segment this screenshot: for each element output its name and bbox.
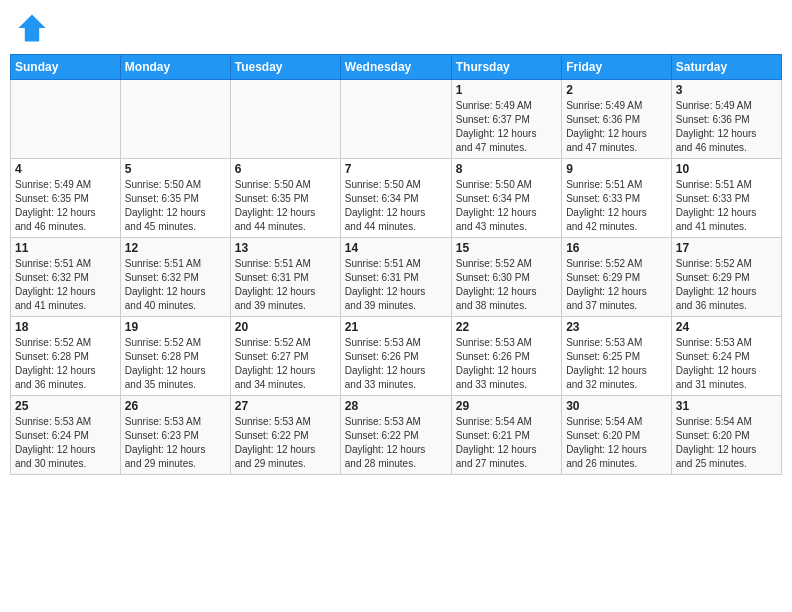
day-info: Sunrise: 5:54 AM Sunset: 6:20 PM Dayligh… <box>566 415 667 471</box>
calendar-cell: 1Sunrise: 5:49 AM Sunset: 6:37 PM Daylig… <box>451 80 561 159</box>
day-number: 20 <box>235 320 336 334</box>
day-info: Sunrise: 5:52 AM Sunset: 6:29 PM Dayligh… <box>676 257 777 313</box>
day-number: 5 <box>125 162 226 176</box>
day-info: Sunrise: 5:54 AM Sunset: 6:21 PM Dayligh… <box>456 415 557 471</box>
day-number: 25 <box>15 399 116 413</box>
day-info: Sunrise: 5:50 AM Sunset: 6:34 PM Dayligh… <box>456 178 557 234</box>
day-info: Sunrise: 5:51 AM Sunset: 6:32 PM Dayligh… <box>15 257 116 313</box>
day-number: 1 <box>456 83 557 97</box>
calendar-cell: 17Sunrise: 5:52 AM Sunset: 6:29 PM Dayli… <box>671 238 781 317</box>
day-header-wednesday: Wednesday <box>340 55 451 80</box>
calendar-cell <box>340 80 451 159</box>
day-number: 22 <box>456 320 557 334</box>
day-number: 30 <box>566 399 667 413</box>
day-info: Sunrise: 5:52 AM Sunset: 6:28 PM Dayligh… <box>125 336 226 392</box>
day-header-sunday: Sunday <box>11 55 121 80</box>
day-info: Sunrise: 5:52 AM Sunset: 6:29 PM Dayligh… <box>566 257 667 313</box>
day-number: 11 <box>15 241 116 255</box>
calendar-cell: 7Sunrise: 5:50 AM Sunset: 6:34 PM Daylig… <box>340 159 451 238</box>
calendar-cell: 3Sunrise: 5:49 AM Sunset: 6:36 PM Daylig… <box>671 80 781 159</box>
day-number: 2 <box>566 83 667 97</box>
day-info: Sunrise: 5:52 AM Sunset: 6:27 PM Dayligh… <box>235 336 336 392</box>
calendar-cell: 6Sunrise: 5:50 AM Sunset: 6:35 PM Daylig… <box>230 159 340 238</box>
day-info: Sunrise: 5:49 AM Sunset: 6:36 PM Dayligh… <box>566 99 667 155</box>
day-info: Sunrise: 5:54 AM Sunset: 6:20 PM Dayligh… <box>676 415 777 471</box>
day-info: Sunrise: 5:51 AM Sunset: 6:32 PM Dayligh… <box>125 257 226 313</box>
day-info: Sunrise: 5:53 AM Sunset: 6:25 PM Dayligh… <box>566 336 667 392</box>
day-info: Sunrise: 5:53 AM Sunset: 6:22 PM Dayligh… <box>235 415 336 471</box>
day-number: 17 <box>676 241 777 255</box>
day-info: Sunrise: 5:52 AM Sunset: 6:30 PM Dayligh… <box>456 257 557 313</box>
day-number: 21 <box>345 320 447 334</box>
calendar-cell: 23Sunrise: 5:53 AM Sunset: 6:25 PM Dayli… <box>562 317 672 396</box>
day-info: Sunrise: 5:51 AM Sunset: 6:33 PM Dayligh… <box>676 178 777 234</box>
day-info: Sunrise: 5:51 AM Sunset: 6:31 PM Dayligh… <box>345 257 447 313</box>
calendar-cell: 11Sunrise: 5:51 AM Sunset: 6:32 PM Dayli… <box>11 238 121 317</box>
calendar-cell <box>230 80 340 159</box>
calendar-cell: 26Sunrise: 5:53 AM Sunset: 6:23 PM Dayli… <box>120 396 230 475</box>
calendar-week-3: 11Sunrise: 5:51 AM Sunset: 6:32 PM Dayli… <box>11 238 782 317</box>
day-header-friday: Friday <box>562 55 672 80</box>
day-header-saturday: Saturday <box>671 55 781 80</box>
day-number: 14 <box>345 241 447 255</box>
day-info: Sunrise: 5:49 AM Sunset: 6:37 PM Dayligh… <box>456 99 557 155</box>
day-info: Sunrise: 5:53 AM Sunset: 6:23 PM Dayligh… <box>125 415 226 471</box>
calendar-cell: 9Sunrise: 5:51 AM Sunset: 6:33 PM Daylig… <box>562 159 672 238</box>
calendar-cell: 30Sunrise: 5:54 AM Sunset: 6:20 PM Dayli… <box>562 396 672 475</box>
calendar-cell: 25Sunrise: 5:53 AM Sunset: 6:24 PM Dayli… <box>11 396 121 475</box>
day-number: 26 <box>125 399 226 413</box>
day-number: 8 <box>456 162 557 176</box>
day-number: 19 <box>125 320 226 334</box>
day-number: 9 <box>566 162 667 176</box>
calendar-week-4: 18Sunrise: 5:52 AM Sunset: 6:28 PM Dayli… <box>11 317 782 396</box>
day-number: 7 <box>345 162 447 176</box>
day-info: Sunrise: 5:50 AM Sunset: 6:35 PM Dayligh… <box>235 178 336 234</box>
calendar-cell <box>11 80 121 159</box>
day-number: 24 <box>676 320 777 334</box>
day-number: 13 <box>235 241 336 255</box>
logo <box>14 10 54 46</box>
day-header-tuesday: Tuesday <box>230 55 340 80</box>
calendar-cell: 14Sunrise: 5:51 AM Sunset: 6:31 PM Dayli… <box>340 238 451 317</box>
calendar-cell: 20Sunrise: 5:52 AM Sunset: 6:27 PM Dayli… <box>230 317 340 396</box>
day-info: Sunrise: 5:53 AM Sunset: 6:22 PM Dayligh… <box>345 415 447 471</box>
calendar-cell <box>120 80 230 159</box>
calendar-cell: 27Sunrise: 5:53 AM Sunset: 6:22 PM Dayli… <box>230 396 340 475</box>
day-info: Sunrise: 5:53 AM Sunset: 6:24 PM Dayligh… <box>15 415 116 471</box>
day-info: Sunrise: 5:53 AM Sunset: 6:26 PM Dayligh… <box>456 336 557 392</box>
calendar-cell: 31Sunrise: 5:54 AM Sunset: 6:20 PM Dayli… <box>671 396 781 475</box>
day-info: Sunrise: 5:49 AM Sunset: 6:35 PM Dayligh… <box>15 178 116 234</box>
calendar-cell: 2Sunrise: 5:49 AM Sunset: 6:36 PM Daylig… <box>562 80 672 159</box>
calendar: SundayMondayTuesdayWednesdayThursdayFrid… <box>10 54 782 475</box>
day-info: Sunrise: 5:51 AM Sunset: 6:31 PM Dayligh… <box>235 257 336 313</box>
calendar-cell: 4Sunrise: 5:49 AM Sunset: 6:35 PM Daylig… <box>11 159 121 238</box>
day-header-monday: Monday <box>120 55 230 80</box>
day-number: 10 <box>676 162 777 176</box>
day-header-thursday: Thursday <box>451 55 561 80</box>
day-number: 18 <box>15 320 116 334</box>
day-number: 3 <box>676 83 777 97</box>
calendar-cell: 21Sunrise: 5:53 AM Sunset: 6:26 PM Dayli… <box>340 317 451 396</box>
day-number: 12 <box>125 241 226 255</box>
day-info: Sunrise: 5:51 AM Sunset: 6:33 PM Dayligh… <box>566 178 667 234</box>
calendar-cell: 19Sunrise: 5:52 AM Sunset: 6:28 PM Dayli… <box>120 317 230 396</box>
calendar-cell: 28Sunrise: 5:53 AM Sunset: 6:22 PM Dayli… <box>340 396 451 475</box>
day-info: Sunrise: 5:53 AM Sunset: 6:26 PM Dayligh… <box>345 336 447 392</box>
calendar-cell: 15Sunrise: 5:52 AM Sunset: 6:30 PM Dayli… <box>451 238 561 317</box>
calendar-cell: 16Sunrise: 5:52 AM Sunset: 6:29 PM Dayli… <box>562 238 672 317</box>
calendar-week-5: 25Sunrise: 5:53 AM Sunset: 6:24 PM Dayli… <box>11 396 782 475</box>
calendar-cell: 24Sunrise: 5:53 AM Sunset: 6:24 PM Dayli… <box>671 317 781 396</box>
day-info: Sunrise: 5:53 AM Sunset: 6:24 PM Dayligh… <box>676 336 777 392</box>
page-header <box>10 10 782 46</box>
day-number: 23 <box>566 320 667 334</box>
day-number: 4 <box>15 162 116 176</box>
day-info: Sunrise: 5:50 AM Sunset: 6:35 PM Dayligh… <box>125 178 226 234</box>
day-number: 27 <box>235 399 336 413</box>
day-info: Sunrise: 5:49 AM Sunset: 6:36 PM Dayligh… <box>676 99 777 155</box>
logo-icon <box>14 10 50 46</box>
calendar-cell: 13Sunrise: 5:51 AM Sunset: 6:31 PM Dayli… <box>230 238 340 317</box>
calendar-cell: 18Sunrise: 5:52 AM Sunset: 6:28 PM Dayli… <box>11 317 121 396</box>
day-number: 29 <box>456 399 557 413</box>
day-info: Sunrise: 5:50 AM Sunset: 6:34 PM Dayligh… <box>345 178 447 234</box>
day-number: 16 <box>566 241 667 255</box>
